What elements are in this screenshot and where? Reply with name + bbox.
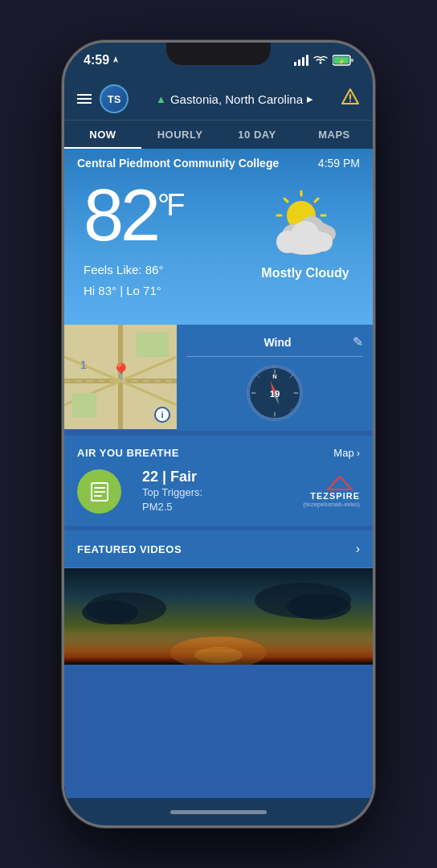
weather-location: Central Piedmont Community College (77, 157, 279, 170)
weather-time: 4:59 PM (318, 157, 360, 170)
status-icons: ⚡ (294, 55, 353, 66)
location-selector[interactable]: ▲ Gastonia, North Carolina ▸ (156, 92, 313, 106)
tab-hourly[interactable]: HOURLY (141, 121, 218, 149)
svg-marker-0 (113, 56, 118, 63)
warning-icon (341, 88, 360, 107)
wind-divider (186, 356, 363, 357)
nav-tabs: NOW HOURLY 10 DAY MAPS (64, 120, 373, 149)
location-chevron-icon: ▸ (307, 92, 313, 106)
wind-compass: N 19 (247, 365, 303, 421)
svg-text:19: 19 (270, 389, 280, 399)
svg-point-60 (287, 594, 351, 620)
header-left: TS (77, 84, 129, 113)
wind-title: Wind (202, 336, 353, 349)
svg-text:⚡: ⚡ (338, 58, 345, 65)
videos-header[interactable]: FEATURED VIDEOS › (64, 530, 373, 568)
menu-button[interactable] (77, 94, 92, 104)
svg-line-53 (333, 477, 340, 483)
svg-text:1: 1 (80, 358, 87, 371)
svg-rect-32 (137, 333, 169, 357)
air-map-link[interactable]: Map › (333, 447, 360, 459)
home-bar (170, 810, 267, 814)
phone-frame: 4:59 (62, 40, 375, 828)
svg-point-58 (82, 600, 138, 624)
location-name: Gastonia, North Carolina (170, 92, 303, 106)
feels-like: Feels Like: 86° (84, 260, 257, 280)
tezspire-name: TEZSPIRE (310, 491, 360, 501)
air-quality-score: 22 | Fair (142, 469, 303, 485)
alert-button[interactable] (341, 88, 360, 111)
tab-maps[interactable]: MAPS (296, 121, 373, 149)
time-display: 4:59 (84, 53, 109, 68)
wind-card: Wind ✎ (177, 325, 373, 431)
location-status-icon (112, 56, 120, 64)
signal-icon (294, 55, 308, 66)
air-quality-title: AIR YOU BREATHE (77, 447, 179, 459)
videos-thumbnail[interactable] (64, 568, 373, 665)
logo-text: TS (108, 93, 121, 105)
wind-edit-button[interactable]: ✎ (353, 334, 363, 350)
home-indicator (64, 798, 373, 825)
info-cards: 1 📍 i Wind ✎ (64, 325, 373, 431)
battery-icon: ⚡ (333, 55, 353, 66)
tezspire-triangle-icon (320, 475, 360, 491)
condition-label: Mostly Cloudy (261, 266, 349, 280)
svg-rect-3 (351, 59, 353, 62)
air-quality-section: AIR YOU BREATHE Map › (64, 436, 373, 526)
weather-location-bar: Central Piedmont Community College 4:59 … (77, 157, 360, 170)
app-header: TS ▲ Gastonia, North Carolina ▸ (64, 78, 373, 120)
app-logo: TS (100, 84, 129, 113)
map-info-button[interactable]: i (154, 407, 170, 423)
svg-line-14 (284, 199, 288, 202)
air-map-label: Map (333, 447, 353, 459)
videos-title: FEATURED VIDEOS (77, 543, 182, 555)
compass-svg: N 19 (248, 365, 301, 421)
main-content: Central Piedmont Community College 4:59 … (64, 149, 373, 798)
air-quality-header: AIR YOU BREATHE Map › (77, 447, 360, 459)
phone-screen: 4:59 (64, 43, 373, 825)
tab-now[interactable]: NOW (64, 121, 141, 149)
weather-condition-icon (257, 187, 353, 260)
status-time: 4:59 (84, 53, 120, 68)
tab-10day[interactable]: 10 DAY (218, 121, 296, 149)
svg-point-25 (313, 232, 333, 252)
svg-line-16 (315, 199, 318, 202)
air-map-arrow-icon: › (357, 447, 360, 459)
weather-details: Feels Like: 86° Hi 83° | Lo 71° (84, 260, 257, 301)
weather-section: Central Piedmont Community College 4:59 … (64, 149, 373, 325)
air-quality-icon (77, 469, 121, 514)
tezspire-brand: TEZSPIRE (tezepelumab-ekko) (303, 475, 360, 508)
svg-text:N: N (272, 373, 276, 380)
air-quality-content: 22 | Fair Top Triggers: PM2.5 (77, 469, 360, 514)
hi-lo: Hi 83° | Lo 71° (84, 280, 257, 301)
weather-display: 82°F Feels Like: 86° Hi 83° | Lo 71° (77, 179, 360, 301)
air-score-value: 22 (142, 469, 158, 485)
air-rating: Fair (170, 469, 197, 485)
temp-value: 82 (84, 175, 157, 256)
trigger-value: PM2.5 (142, 501, 173, 513)
svg-point-1 (320, 62, 322, 64)
notch (166, 43, 271, 65)
triggers-label: Top Triggers: (142, 486, 202, 498)
map-pin-icon: 📍 (110, 362, 132, 383)
air-quality-details: 22 | Fair Top Triggers: PM2.5 (142, 469, 303, 514)
temperature-display: 82°F (84, 179, 257, 252)
videos-arrow-icon: › (356, 542, 360, 556)
tezspire-subtext: (tezepelumab-ekko) (303, 501, 360, 508)
temp-unit: °F (157, 188, 182, 222)
map-card[interactable]: 1 📍 i (64, 325, 177, 429)
wind-header: Wind ✎ (186, 334, 363, 350)
svg-marker-52 (328, 477, 352, 489)
air-triggers: Top Triggers: PM2.5 (142, 485, 303, 514)
svg-rect-33 (72, 393, 96, 417)
temperature-section: 82°F Feels Like: 86° Hi 83° | Lo 71° (84, 179, 257, 301)
location-pin-icon: ▲ (156, 93, 166, 105)
featured-videos-section: FEATURED VIDEOS › (64, 530, 373, 665)
weather-icon-section: Mostly Cloudy (257, 179, 353, 280)
svg-point-8 (349, 100, 351, 102)
map-background: 1 📍 i (64, 325, 177, 429)
wifi-icon (313, 55, 328, 65)
thumbnail-gradient (64, 633, 373, 665)
air-icon-svg (88, 480, 112, 504)
